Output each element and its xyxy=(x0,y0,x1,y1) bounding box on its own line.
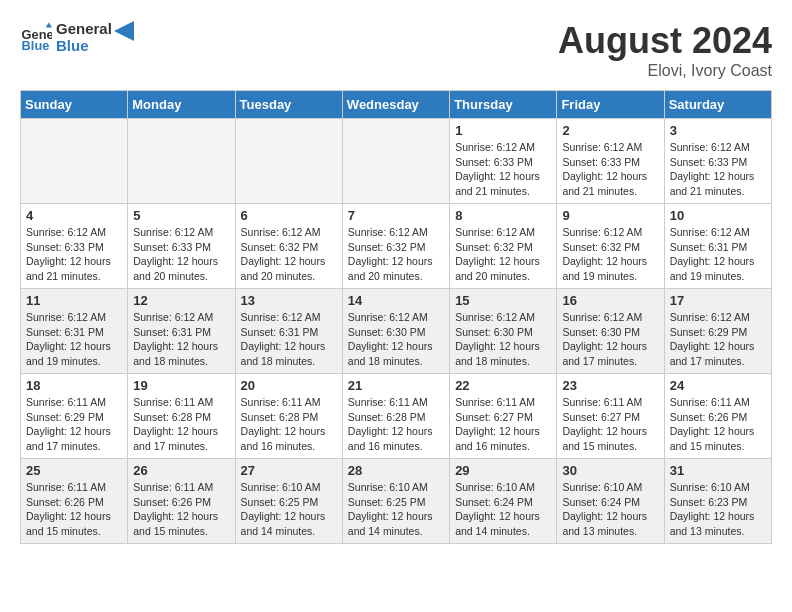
calendar-cell: 2Sunrise: 6:12 AMSunset: 6:33 PMDaylight… xyxy=(557,119,664,204)
day-info: Sunrise: 6:10 AMSunset: 6:24 PMDaylight:… xyxy=(562,480,658,539)
day-number: 14 xyxy=(348,293,444,308)
day-info: Sunrise: 6:11 AMSunset: 6:28 PMDaylight:… xyxy=(241,395,337,454)
calendar-cell xyxy=(128,119,235,204)
calendar-week-5: 25Sunrise: 6:11 AMSunset: 6:26 PMDayligh… xyxy=(21,459,772,544)
calendar-cell: 23Sunrise: 6:11 AMSunset: 6:27 PMDayligh… xyxy=(557,374,664,459)
calendar-cell: 8Sunrise: 6:12 AMSunset: 6:32 PMDaylight… xyxy=(450,204,557,289)
day-number: 31 xyxy=(670,463,766,478)
logo: General Blue General Blue xyxy=(20,20,134,54)
calendar-week-1: 1Sunrise: 6:12 AMSunset: 6:33 PMDaylight… xyxy=(21,119,772,204)
logo-icon: General Blue xyxy=(20,21,52,53)
day-info: Sunrise: 6:12 AMSunset: 6:32 PMDaylight:… xyxy=(455,225,551,284)
day-number: 27 xyxy=(241,463,337,478)
day-number: 20 xyxy=(241,378,337,393)
day-info: Sunrise: 6:11 AMSunset: 6:26 PMDaylight:… xyxy=(26,480,122,539)
logo-general: General xyxy=(56,20,112,37)
col-header-friday: Friday xyxy=(557,91,664,119)
day-number: 11 xyxy=(26,293,122,308)
logo-arrow-icon xyxy=(114,21,134,41)
day-info: Sunrise: 6:11 AMSunset: 6:28 PMDaylight:… xyxy=(348,395,444,454)
day-info: Sunrise: 6:12 AMSunset: 6:30 PMDaylight:… xyxy=(348,310,444,369)
day-info: Sunrise: 6:11 AMSunset: 6:28 PMDaylight:… xyxy=(133,395,229,454)
month-year-title: August 2024 xyxy=(558,20,772,62)
calendar-table: SundayMondayTuesdayWednesdayThursdayFrid… xyxy=(20,90,772,544)
svg-text:Blue: Blue xyxy=(22,38,50,53)
day-number: 21 xyxy=(348,378,444,393)
day-info: Sunrise: 6:12 AMSunset: 6:33 PMDaylight:… xyxy=(455,140,551,199)
calendar-cell: 4Sunrise: 6:12 AMSunset: 6:33 PMDaylight… xyxy=(21,204,128,289)
calendar-cell: 10Sunrise: 6:12 AMSunset: 6:31 PMDayligh… xyxy=(664,204,771,289)
calendar-cell: 14Sunrise: 6:12 AMSunset: 6:30 PMDayligh… xyxy=(342,289,449,374)
calendar-cell: 20Sunrise: 6:11 AMSunset: 6:28 PMDayligh… xyxy=(235,374,342,459)
day-info: Sunrise: 6:12 AMSunset: 6:32 PMDaylight:… xyxy=(241,225,337,284)
calendar-cell: 7Sunrise: 6:12 AMSunset: 6:32 PMDaylight… xyxy=(342,204,449,289)
day-info: Sunrise: 6:12 AMSunset: 6:33 PMDaylight:… xyxy=(26,225,122,284)
calendar-cell xyxy=(21,119,128,204)
calendar-cell: 30Sunrise: 6:10 AMSunset: 6:24 PMDayligh… xyxy=(557,459,664,544)
day-number: 28 xyxy=(348,463,444,478)
calendar-cell: 11Sunrise: 6:12 AMSunset: 6:31 PMDayligh… xyxy=(21,289,128,374)
calendar-cell: 25Sunrise: 6:11 AMSunset: 6:26 PMDayligh… xyxy=(21,459,128,544)
svg-marker-3 xyxy=(114,21,134,41)
day-info: Sunrise: 6:12 AMSunset: 6:32 PMDaylight:… xyxy=(348,225,444,284)
calendar-week-2: 4Sunrise: 6:12 AMSunset: 6:33 PMDaylight… xyxy=(21,204,772,289)
day-number: 22 xyxy=(455,378,551,393)
calendar-cell: 28Sunrise: 6:10 AMSunset: 6:25 PMDayligh… xyxy=(342,459,449,544)
day-number: 13 xyxy=(241,293,337,308)
title-block: August 2024 Elovi, Ivory Coast xyxy=(558,20,772,80)
day-number: 5 xyxy=(133,208,229,223)
col-header-saturday: Saturday xyxy=(664,91,771,119)
day-info: Sunrise: 6:12 AMSunset: 6:30 PMDaylight:… xyxy=(562,310,658,369)
day-number: 6 xyxy=(241,208,337,223)
page-header: General Blue General Blue August 2024 El… xyxy=(20,20,772,80)
day-info: Sunrise: 6:11 AMSunset: 6:26 PMDaylight:… xyxy=(133,480,229,539)
day-info: Sunrise: 6:10 AMSunset: 6:25 PMDaylight:… xyxy=(241,480,337,539)
calendar-cell: 19Sunrise: 6:11 AMSunset: 6:28 PMDayligh… xyxy=(128,374,235,459)
calendar-cell: 22Sunrise: 6:11 AMSunset: 6:27 PMDayligh… xyxy=(450,374,557,459)
col-header-wednesday: Wednesday xyxy=(342,91,449,119)
day-info: Sunrise: 6:12 AMSunset: 6:31 PMDaylight:… xyxy=(26,310,122,369)
calendar-cell: 21Sunrise: 6:11 AMSunset: 6:28 PMDayligh… xyxy=(342,374,449,459)
day-info: Sunrise: 6:10 AMSunset: 6:25 PMDaylight:… xyxy=(348,480,444,539)
day-number: 23 xyxy=(562,378,658,393)
day-number: 12 xyxy=(133,293,229,308)
calendar-cell xyxy=(235,119,342,204)
day-number: 10 xyxy=(670,208,766,223)
day-number: 2 xyxy=(562,123,658,138)
day-info: Sunrise: 6:10 AMSunset: 6:24 PMDaylight:… xyxy=(455,480,551,539)
day-info: Sunrise: 6:11 AMSunset: 6:27 PMDaylight:… xyxy=(455,395,551,454)
day-info: Sunrise: 6:12 AMSunset: 6:29 PMDaylight:… xyxy=(670,310,766,369)
day-number: 16 xyxy=(562,293,658,308)
day-info: Sunrise: 6:12 AMSunset: 6:31 PMDaylight:… xyxy=(670,225,766,284)
calendar-cell: 1Sunrise: 6:12 AMSunset: 6:33 PMDaylight… xyxy=(450,119,557,204)
calendar-cell: 6Sunrise: 6:12 AMSunset: 6:32 PMDaylight… xyxy=(235,204,342,289)
day-number: 26 xyxy=(133,463,229,478)
calendar-header-row: SundayMondayTuesdayWednesdayThursdayFrid… xyxy=(21,91,772,119)
calendar-cell: 9Sunrise: 6:12 AMSunset: 6:32 PMDaylight… xyxy=(557,204,664,289)
day-info: Sunrise: 6:12 AMSunset: 6:33 PMDaylight:… xyxy=(133,225,229,284)
calendar-cell: 29Sunrise: 6:10 AMSunset: 6:24 PMDayligh… xyxy=(450,459,557,544)
day-number: 18 xyxy=(26,378,122,393)
calendar-cell: 31Sunrise: 6:10 AMSunset: 6:23 PMDayligh… xyxy=(664,459,771,544)
day-info: Sunrise: 6:11 AMSunset: 6:29 PMDaylight:… xyxy=(26,395,122,454)
calendar-cell: 3Sunrise: 6:12 AMSunset: 6:33 PMDaylight… xyxy=(664,119,771,204)
day-number: 15 xyxy=(455,293,551,308)
calendar-week-4: 18Sunrise: 6:11 AMSunset: 6:29 PMDayligh… xyxy=(21,374,772,459)
calendar-cell: 26Sunrise: 6:11 AMSunset: 6:26 PMDayligh… xyxy=(128,459,235,544)
day-info: Sunrise: 6:10 AMSunset: 6:23 PMDaylight:… xyxy=(670,480,766,539)
day-number: 29 xyxy=(455,463,551,478)
day-number: 3 xyxy=(670,123,766,138)
calendar-week-3: 11Sunrise: 6:12 AMSunset: 6:31 PMDayligh… xyxy=(21,289,772,374)
day-number: 24 xyxy=(670,378,766,393)
day-info: Sunrise: 6:12 AMSunset: 6:32 PMDaylight:… xyxy=(562,225,658,284)
day-info: Sunrise: 6:11 AMSunset: 6:27 PMDaylight:… xyxy=(562,395,658,454)
day-info: Sunrise: 6:11 AMSunset: 6:26 PMDaylight:… xyxy=(670,395,766,454)
day-number: 4 xyxy=(26,208,122,223)
day-info: Sunrise: 6:12 AMSunset: 6:31 PMDaylight:… xyxy=(241,310,337,369)
col-header-tuesday: Tuesday xyxy=(235,91,342,119)
day-number: 9 xyxy=(562,208,658,223)
location-subtitle: Elovi, Ivory Coast xyxy=(558,62,772,80)
calendar-cell: 16Sunrise: 6:12 AMSunset: 6:30 PMDayligh… xyxy=(557,289,664,374)
day-number: 1 xyxy=(455,123,551,138)
calendar-cell: 27Sunrise: 6:10 AMSunset: 6:25 PMDayligh… xyxy=(235,459,342,544)
